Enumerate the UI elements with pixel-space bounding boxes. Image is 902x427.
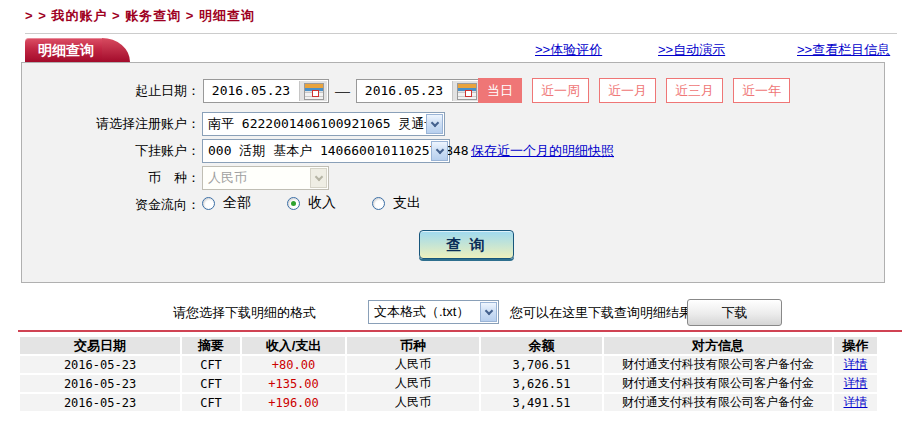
query-button[interactable]: 查 询 (419, 230, 514, 259)
cell-summary: CFT (182, 375, 240, 392)
quick-range-today[interactable]: 当日 (478, 78, 522, 103)
radio-expense[interactable] (372, 197, 385, 210)
calendar-icon (457, 83, 477, 100)
date-range-label: 起止日期： (22, 79, 200, 103)
chevron-down-icon[interactable] (431, 141, 448, 161)
register-account-label: 请选择注册账户： (22, 112, 200, 136)
cell-amount: +196.00 (242, 394, 345, 411)
date-from-calendar-button[interactable] (299, 81, 327, 101)
register-account-value: 南平 6222001406100921065 灵通卡 (208, 116, 437, 131)
cell-counterparty: 财付通支付科技有限公司客户备付金 (604, 356, 832, 373)
transactions-table: 交易日期 摘要 收入/支出 币种 余额 对方信息 操作 2016-05-23 C… (20, 337, 877, 411)
download-format-select[interactable]: 文本格式（.txt） (368, 300, 499, 324)
sub-account-label: 下挂账户： (22, 139, 200, 163)
cell-currency: 人民币 (347, 375, 479, 392)
download-format-value: 文本格式（.txt） (374, 304, 469, 319)
col-header-counterparty: 对方信息 (604, 337, 832, 354)
cell-currency: 人民币 (347, 394, 479, 411)
col-header-action: 操作 (834, 337, 877, 354)
sub-account-value: 000 活期 基本户 1406600101102571848 (208, 143, 469, 158)
col-header-date: 交易日期 (20, 337, 180, 354)
chevron-down-icon (310, 168, 327, 188)
col-header-balance: 余额 (481, 337, 602, 354)
link-experience-review[interactable]: >>体验评价 (535, 41, 602, 59)
table-top-divider (18, 330, 902, 332)
date-from-value: 2016.05.23 (204, 80, 298, 102)
register-account-select[interactable]: 南平 6222001406100921065 灵通卡 (202, 112, 445, 136)
radio-all-label: 全部 (223, 194, 251, 212)
fund-flow-label: 资金流向： (22, 193, 200, 217)
date-to-value: 2016.05.23 (357, 80, 451, 102)
quick-range-buttons: 当日 近一周 近一月 近三月 近一年 (478, 78, 790, 103)
radio-income-label: 收入 (308, 194, 336, 212)
detail-link[interactable]: 详情 (844, 375, 868, 392)
currency-label: 币 种： (22, 166, 200, 190)
link-view-column-info[interactable]: >>查看栏目信息 (797, 41, 890, 59)
currency-select: 人民币 (202, 166, 329, 190)
date-to-calendar-button[interactable] (452, 81, 480, 101)
download-format-label: 请您选择下载明细的格式 (173, 304, 316, 322)
cell-balance: 3,491.51 (481, 394, 602, 411)
chevron-down-icon[interactable] (480, 302, 497, 322)
cell-date: 2016-05-23 (20, 356, 180, 373)
quick-range-week[interactable]: 近一周 (532, 78, 589, 103)
radio-expense-label: 支出 (393, 194, 421, 212)
tab-detail-query[interactable]: 明细查询 (25, 38, 102, 62)
radio-income[interactable] (287, 197, 300, 210)
radio-all[interactable] (202, 197, 215, 210)
cell-amount: +135.00 (242, 375, 345, 392)
cell-balance: 3,706.51 (481, 356, 602, 373)
link-auto-demo[interactable]: >>自动演示 (658, 41, 725, 59)
fund-flow-options: 全部 收入 支出 (202, 194, 421, 212)
save-snapshot-link[interactable]: 保存近一个月的明细快照 (471, 139, 614, 163)
quick-range-month[interactable]: 近一月 (599, 78, 656, 103)
cell-date: 2016-05-23 (20, 375, 180, 392)
download-button[interactable]: 下载 (687, 299, 782, 326)
cell-amount: +80.00 (242, 356, 345, 373)
calendar-icon (304, 83, 324, 100)
cell-balance: 3,626.51 (481, 375, 602, 392)
date-to-input[interactable]: 2016.05.23 (356, 79, 482, 103)
query-form-panel: 起止日期： 2016.05.23 — 2016.05.23 当日 近一周 近一月… (21, 62, 885, 283)
col-header-summary: 摘要 (182, 337, 240, 354)
detail-query-page: > > 我的账户 > 账务查询 > 明细查询 明细查询 >>体验评价 >>自动演… (0, 0, 902, 427)
date-from-input[interactable]: 2016.05.23 (203, 79, 329, 103)
col-header-currency: 币种 (347, 337, 479, 354)
cell-summary: CFT (182, 356, 240, 373)
quick-range-3months[interactable]: 近三月 (666, 78, 723, 103)
cell-counterparty: 财付通支付科技有限公司客户备付金 (604, 394, 832, 411)
breadcrumb: > > 我的账户 > 账务查询 > 明细查询 (25, 7, 255, 25)
header-divider (25, 33, 897, 34)
download-hint: 您可以在这里下载查询明细结果 (510, 304, 692, 322)
detail-link[interactable]: 详情 (844, 394, 868, 411)
detail-link[interactable]: 详情 (844, 356, 868, 373)
cell-summary: CFT (182, 394, 240, 411)
quick-range-year[interactable]: 近一年 (733, 78, 790, 103)
date-separator: — (335, 79, 350, 103)
chevron-down-icon[interactable] (426, 114, 443, 134)
cell-currency: 人民币 (347, 356, 479, 373)
currency-value: 人民币 (208, 170, 247, 185)
cell-counterparty: 财付通支付科技有限公司客户备付金 (604, 375, 832, 392)
col-header-amount: 收入/支出 (242, 337, 345, 354)
cell-date: 2016-05-23 (20, 394, 180, 411)
sub-account-select[interactable]: 000 活期 基本户 1406600101102571848 (202, 139, 450, 163)
